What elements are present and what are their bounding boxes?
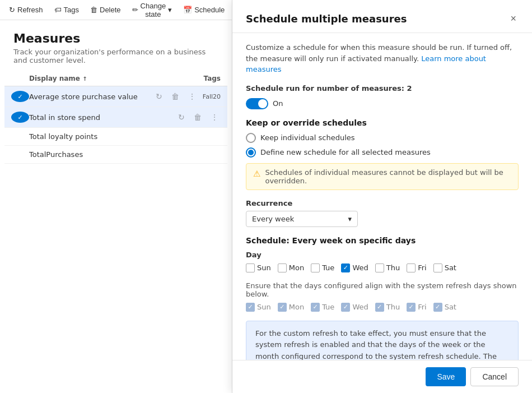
day-item-sun[interactable]: Sun xyxy=(246,263,271,272)
system-day-sun: ✓ Sun xyxy=(246,303,271,312)
delete-button[interactable]: 🗑 Delete xyxy=(86,3,125,16)
change-state-button[interactable]: ✏ Change state ▾ xyxy=(128,0,177,21)
day-label: Day xyxy=(246,251,519,259)
system-day-name-sat: Sat xyxy=(445,303,456,311)
row-name: TotalPurchases xyxy=(29,150,83,159)
day-checkbox-sun[interactable] xyxy=(246,263,255,272)
system-day-fri: ✓ Fri xyxy=(407,303,427,312)
info-box: For the custom refresh to take effect, y… xyxy=(246,321,519,360)
day-name-wed: Wed xyxy=(352,263,368,272)
close-button[interactable]: × xyxy=(508,11,519,26)
toggle-label: On xyxy=(273,99,283,108)
warning-box: ⚠ Schedules of individual measures canno… xyxy=(246,163,519,190)
page-header: Measures Track your organization's perfo… xyxy=(0,20,232,71)
delete-row-button[interactable]: 🗑 xyxy=(192,112,204,123)
day-item-thu[interactable]: Thu xyxy=(375,263,400,272)
day-checkbox-tue[interactable] xyxy=(311,263,320,272)
selected-indicator: ✓ xyxy=(11,91,29,102)
schedule-toggle[interactable] xyxy=(246,98,268,109)
delete-label: Delete xyxy=(100,6,121,14)
page-title: Measures xyxy=(13,31,218,45)
row-name: Total loyalty points xyxy=(29,132,97,141)
system-day-thu: ✓ Thu xyxy=(375,303,400,312)
tags-label: Tags xyxy=(64,6,79,14)
table-row[interactable]: Total loyalty points xyxy=(4,128,227,146)
schedule-dialog: Schedule multiple measures × Customize a… xyxy=(232,0,532,393)
radio-outer-selected xyxy=(246,147,256,158)
ensure-note: Ensure that the days configured align wi… xyxy=(246,281,519,298)
day-checkbox-mon[interactable] xyxy=(278,263,287,272)
more-button[interactable]: ⋮ xyxy=(208,112,221,123)
day-name-sat: Sat xyxy=(445,263,456,272)
warning-icon: ⚠ xyxy=(253,169,260,179)
day-name-fri: Fri xyxy=(418,263,427,272)
selected-indicator: ✓ xyxy=(11,112,29,123)
refresh-button[interactable]: ↻ Refresh xyxy=(4,3,48,16)
toggle-row: On xyxy=(246,98,519,109)
header-tags-col: Tags xyxy=(176,75,221,82)
system-checkbox-fri: ✓ xyxy=(407,303,416,312)
refresh-icon: ↻ xyxy=(9,6,15,14)
delete-row-button[interactable]: 🗑 xyxy=(169,91,181,102)
dialog-description: Customize a schedule for when this measu… xyxy=(246,42,519,75)
radio-define-label: Define new schedule for all selected mea… xyxy=(260,148,431,156)
keep-override-heading: Keep or override schedules xyxy=(246,118,519,127)
day-checkbox-wed[interactable]: ✓ xyxy=(341,263,350,272)
row-actions: ↻ 🗑 ⋮ xyxy=(153,91,198,102)
system-day-name-thu: Thu xyxy=(386,303,400,311)
day-item-tue[interactable]: Tue xyxy=(311,263,334,272)
schedule-label: Schedule xyxy=(194,6,225,14)
day-item-mon[interactable]: Mon xyxy=(278,263,304,272)
row-check: ✓ xyxy=(11,112,29,123)
schedule-button[interactable]: 📅 Schedule xyxy=(179,3,229,16)
dialog-footer: Save Cancel xyxy=(232,360,532,393)
calendar-icon: 📅 xyxy=(183,6,192,14)
tags-icon: 🏷 xyxy=(54,6,62,14)
row-name: Total in store spend xyxy=(29,113,176,122)
recurrence-label: Recurrence xyxy=(246,199,519,207)
system-checkbox-tue: ✓ xyxy=(311,303,320,312)
system-day-name-tue: Tue xyxy=(322,303,334,311)
cancel-button[interactable]: Cancel xyxy=(470,367,519,386)
row-name: Average store purchase value xyxy=(29,93,153,101)
system-day-name-fri: Fri xyxy=(418,303,427,311)
system-checkbox-sun: ✓ xyxy=(246,303,255,312)
schedule-heading: Schedule: Every week on specific days xyxy=(246,236,519,245)
save-button[interactable]: Save xyxy=(426,367,466,386)
pencil-icon: ✏ xyxy=(132,6,138,14)
radio-keep[interactable]: Keep individual schedules xyxy=(246,133,519,143)
day-name-sun: Sun xyxy=(257,263,271,272)
row-check: ✓ xyxy=(11,91,29,102)
tags-button[interactable]: 🏷 Tags xyxy=(50,3,83,16)
table-row[interactable]: ✓ Average store purchase value ↻ 🗑 ⋮ Fal… xyxy=(4,86,227,107)
radio-define[interactable]: Define new schedule for all selected mea… xyxy=(246,147,519,158)
refresh-row-button[interactable]: ↻ xyxy=(153,91,165,102)
recurrence-dropdown[interactable]: Every week ▾ xyxy=(246,211,358,227)
table-row[interactable]: ✓ Total in store spend ↻ 🗑 ⋮ xyxy=(4,107,227,128)
day-item-sat[interactable]: Sat xyxy=(433,263,456,272)
row-tag: Fall20 xyxy=(203,93,221,100)
left-panel: ↻ Refresh 🏷 Tags 🗑 Delete ✏ Change state… xyxy=(0,0,232,393)
radio-outer xyxy=(246,133,256,143)
refresh-row-button[interactable]: ↻ xyxy=(176,112,187,123)
day-checkbox-thu[interactable] xyxy=(375,263,384,272)
row-actions: ↻ 🗑 ⋮ xyxy=(176,112,221,123)
system-day-mon: ✓ Mon xyxy=(278,303,304,312)
warning-text: Schedules of individual measures cannot … xyxy=(265,168,511,185)
more-button[interactable]: ⋮ xyxy=(186,91,198,102)
header-name-col: Display name ↑ xyxy=(29,75,176,82)
measures-table: Display name ↑ Tags ✓ Average store purc… xyxy=(0,71,232,164)
day-checkboxes: Sun Mon Tue ✓ Wed Thu xyxy=(246,263,519,272)
toolbar: ↻ Refresh 🏷 Tags 🗑 Delete ✏ Change state… xyxy=(0,0,232,20)
system-checkbox-sat: ✓ xyxy=(433,303,442,312)
day-checkbox-fri[interactable] xyxy=(407,263,416,272)
sort-icon: ↑ xyxy=(82,76,87,82)
dialog-body: Customize a schedule for when this measu… xyxy=(232,33,532,360)
table-row[interactable]: TotalPurchases xyxy=(4,146,227,164)
dialog-title: Schedule multiple measures xyxy=(246,13,407,25)
delete-icon: 🗑 xyxy=(90,6,97,14)
day-item-wed[interactable]: ✓ Wed xyxy=(341,263,368,272)
system-day-checkboxes: ✓ Sun ✓ Mon ✓ Tue ✓ Wed ✓ Thu ✓ Fri xyxy=(246,303,519,312)
day-checkbox-sat[interactable] xyxy=(433,263,442,272)
day-item-fri[interactable]: Fri xyxy=(407,263,427,272)
